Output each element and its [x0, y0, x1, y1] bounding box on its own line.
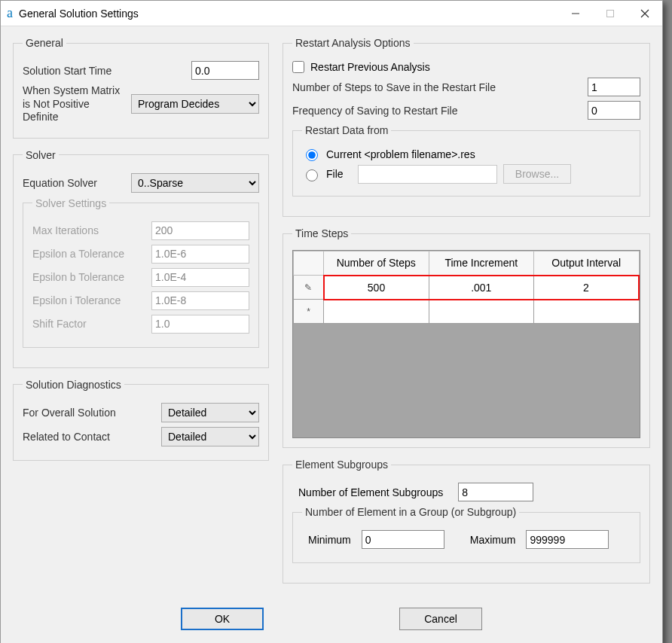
close-icon	[640, 9, 649, 18]
cancel-button[interactable]: Cancel	[399, 608, 482, 630]
ok-button[interactable]: OK	[181, 608, 264, 630]
max-label: Maximum	[470, 534, 516, 546]
num-subgroups-label: Number of Element Subgroups	[298, 486, 443, 498]
app-icon: a	[7, 5, 13, 21]
restart-current-label: Current <problem filename>.res	[326, 148, 475, 160]
restart-file-radio[interactable]	[306, 169, 318, 181]
min-input[interactable]	[362, 530, 444, 549]
num-subgroups-input[interactable]	[458, 483, 533, 501]
cell-out-0[interactable]: 2	[534, 276, 640, 300]
grid-row-new[interactable]: *	[294, 300, 640, 324]
maximize-button	[593, 1, 628, 26]
restart-group: Restart Analysis Options Restart Previou…	[283, 37, 650, 217]
col-steps[interactable]: Number of Steps	[324, 251, 429, 276]
restart-prev-label: Restart Previous Analysis	[310, 61, 430, 73]
solver-group: Solver Equation Solver 0..Sparse Solver …	[13, 149, 269, 368]
cell-steps-0[interactable]: 500	[324, 276, 429, 300]
restart-legend: Restart Analysis Options	[292, 37, 414, 49]
eps-i-input	[151, 291, 249, 310]
overall-label: For Overall Solution	[23, 407, 155, 419]
contact-label: Related to Contact	[23, 431, 155, 443]
timesteps-grid[interactable]: Number of Steps Time Increment Output In…	[292, 250, 640, 438]
overall-select[interactable]: Detailed	[161, 403, 259, 422]
col-output[interactable]: Output Interval	[534, 251, 640, 276]
eps-a-input	[151, 245, 249, 264]
minimize-icon	[571, 9, 580, 18]
dialog-window: a General Solution Settings General Solu…	[0, 0, 663, 643]
edit-row-icon: ✎	[294, 276, 324, 300]
matrix-select[interactable]: Program Decides	[131, 94, 259, 114]
maximize-icon	[606, 9, 615, 18]
restart-current-radio[interactable]	[306, 149, 318, 161]
diagnostics-group: Solution Diagnostics For Overall Solutio…	[13, 379, 269, 461]
timesteps-group: Time Steps Number of Steps Time Incremen…	[283, 227, 650, 448]
col-increment[interactable]: Time Increment	[429, 251, 534, 276]
cell-dt-1[interactable]	[429, 300, 534, 324]
restart-steps-input[interactable]	[588, 78, 640, 96]
browse-button: Browse...	[503, 164, 571, 184]
restart-steps-label: Number of Steps to Save in the Restart F…	[292, 81, 582, 93]
eps-b-label: Epsilon b Tolerance	[32, 271, 145, 283]
svg-rect-1	[607, 10, 614, 17]
max-iter-input	[151, 221, 249, 240]
minimize-button[interactable]	[558, 1, 593, 26]
eps-a-label: Epsilon a Tolerance	[32, 248, 145, 260]
restart-file-input	[358, 165, 497, 184]
start-time-label: Solution Start Time	[23, 65, 185, 77]
contact-select[interactable]: Detailed	[161, 427, 259, 446]
group-range-legend: Number of Element in a Group (or Subgrou…	[302, 506, 519, 518]
matrix-label: When System Matrix is Not Positive Defin…	[23, 84, 125, 124]
subgroups-group: Element Subgroups Number of Element Subg…	[283, 459, 650, 584]
solver-settings-legend: Solver Settings	[32, 197, 109, 209]
diagnostics-legend: Solution Diagnostics	[23, 379, 124, 391]
general-legend: General	[23, 37, 66, 49]
restart-data-legend: Restart Data from	[302, 124, 391, 136]
max-iter-label: Max Iterations	[32, 224, 145, 236]
eps-i-label: Epsilon i Tolerance	[32, 294, 145, 306]
shift-label: Shift Factor	[32, 318, 145, 330]
new-row-icon: *	[294, 300, 324, 324]
window-title: General Solution Settings	[19, 8, 139, 20]
titlebar: a General Solution Settings	[1, 1, 662, 26]
restart-freq-label: Frequency of Saving to Restart File	[292, 105, 582, 117]
restart-file-label: File	[326, 168, 352, 180]
restart-data-group: Restart Data from Current <problem filen…	[292, 124, 640, 197]
restart-prev-checkbox[interactable]	[292, 61, 304, 73]
cell-dt-0[interactable]: .001	[429, 276, 534, 300]
eqn-solver-label: Equation Solver	[23, 177, 125, 189]
close-button[interactable]	[628, 1, 662, 26]
eqn-solver-select[interactable]: 0..Sparse	[131, 173, 259, 193]
eps-b-input	[151, 268, 249, 287]
grid-corner	[294, 251, 324, 276]
solver-settings-group: Solver Settings Max Iterations Epsilon a…	[23, 197, 259, 348]
group-range-group: Number of Element in a Group (or Subgrou…	[292, 506, 640, 563]
cell-steps-1[interactable]	[324, 300, 429, 324]
cell-out-1[interactable]	[534, 300, 640, 324]
shift-input	[151, 315, 249, 334]
grid-row-0[interactable]: ✎ 500 .001 2	[294, 276, 640, 300]
start-time-input[interactable]	[191, 61, 259, 80]
restart-freq-input[interactable]	[588, 101, 640, 120]
subgroups-legend: Element Subgroups	[292, 459, 391, 471]
max-input[interactable]	[526, 530, 609, 549]
general-group: General Solution Start Time When System …	[13, 37, 269, 139]
timesteps-legend: Time Steps	[292, 227, 351, 239]
min-label: Minimum	[308, 534, 351, 546]
solver-legend: Solver	[23, 149, 59, 161]
